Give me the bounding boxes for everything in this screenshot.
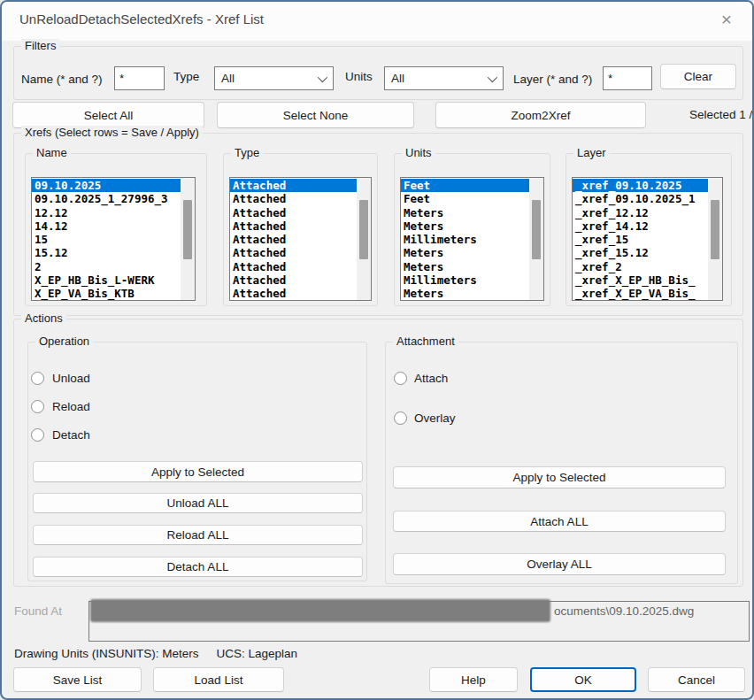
list-item[interactable]: Attached [230, 179, 357, 192]
detach-all-button[interactable]: Detach ALL [33, 557, 363, 577]
zoom2xref-button[interactable]: Zoom2Xref [435, 102, 646, 128]
units-column-label: Units [402, 146, 435, 159]
filters-group-label: Filters [21, 39, 59, 52]
list-item[interactable]: 14.12 [32, 219, 181, 233]
list-item[interactable]: 09.10.2025_1_27996_3 [32, 192, 181, 205]
type-listbox[interactable]: AttachedAttachedAttachedAttachedAttached… [229, 177, 372, 301]
type-filter-select[interactable]: All [214, 66, 334, 90]
reload-radio[interactable] [31, 400, 44, 413]
operation-apply-to-selected-button[interactable]: Apply to Selected [33, 461, 363, 482]
select-none-button[interactable]: Select None [217, 102, 414, 128]
save-list-button[interactable]: Save List [13, 667, 142, 692]
found-at-label: Found At [14, 604, 62, 618]
list-item[interactable]: _xref_X_EP_HB_Bis_ [573, 273, 708, 287]
type-list-scrollbar[interactable] [357, 178, 371, 300]
list-item[interactable]: Meters [401, 219, 529, 233]
drawing-units-text: Drawing Units (INSUNITS): Meters [14, 647, 199, 660]
list-item[interactable]: _xref_14.12 [573, 219, 708, 233]
list-item[interactable]: Meters [401, 206, 529, 219]
layer-filter-input[interactable] [603, 66, 652, 90]
select-all-button[interactable]: Select All [12, 102, 204, 128]
type-filter-label: Type [173, 70, 199, 83]
list-item[interactable]: Millimeters [401, 273, 529, 287]
list-item[interactable]: _xref_15.12 [573, 246, 708, 259]
units-list-scrollbar[interactable] [529, 178, 543, 300]
attach-radio[interactable] [394, 372, 407, 385]
actions-group-label: Actions [21, 312, 66, 325]
list-item[interactable]: _xref_X_EP_VA_Bis_ [573, 287, 708, 300]
layer-filter-label: Layer (* and ?) [513, 73, 592, 86]
list-item[interactable]: Attached [230, 233, 357, 246]
list-item[interactable]: Attached [230, 219, 357, 233]
name-column-label: Name [33, 146, 71, 159]
list-item[interactable]: 12.12 [32, 206, 181, 219]
list-item[interactable]: Feet [401, 179, 529, 192]
name-listbox[interactable]: 09.10.202509.10.2025_1_27996_312.1214.12… [31, 177, 196, 301]
help-button[interactable]: Help [429, 667, 518, 692]
type-list-rows: AttachedAttachedAttachedAttachedAttached… [230, 178, 357, 300]
type-filter-value: All [221, 72, 235, 85]
scrollbar-thumb[interactable] [183, 200, 192, 260]
scrollbar-thumb[interactable] [711, 200, 719, 260]
ok-button[interactable]: OK [530, 667, 636, 692]
attachment-apply-to-selected-button[interactable]: Apply to Selected [393, 466, 726, 488]
units-listbox[interactable]: FeetFeetMetersMetersMillimetersMetersMet… [400, 177, 544, 301]
list-item[interactable]: Attached [230, 206, 357, 219]
overlay-radio[interactable] [394, 412, 407, 425]
clear-button[interactable]: Clear [660, 64, 736, 89]
close-icon[interactable]: × [715, 8, 738, 31]
list-item[interactable]: Attached [230, 260, 357, 273]
list-item[interactable]: Millimeters [401, 233, 529, 246]
list-item[interactable]: Attached [230, 192, 357, 205]
name-list-scrollbar[interactable] [181, 178, 195, 300]
load-list-button[interactable]: Load List [153, 667, 284, 692]
list-item[interactable]: _xref_09.10.2025 [573, 179, 708, 192]
list-item[interactable]: _xref_09.10.2025_1 [573, 192, 708, 205]
attach-radio-label[interactable]: Attach [414, 372, 448, 385]
list-item[interactable]: Attached [230, 246, 357, 259]
list-item[interactable]: Meters [401, 260, 529, 273]
list-item[interactable]: _xref_2 [573, 260, 708, 273]
list-item[interactable]: Meters [401, 246, 529, 259]
unload-all-button[interactable]: Unload ALL [33, 493, 363, 513]
detach-radio-label[interactable]: Detach [52, 428, 90, 442]
list-item[interactable]: Attached [230, 273, 357, 287]
xref-list-dialog: UnReloadDetachSelectedXrefs - Xref List … [0, 0, 754, 700]
unload-radio-label[interactable]: Unload [52, 372, 90, 385]
attach-all-button[interactable]: Attach ALL [393, 511, 726, 532]
type-column-label: Type [231, 146, 263, 159]
attachment-group-label: Attachment [393, 335, 458, 348]
list-item[interactable]: Meters [401, 287, 529, 300]
list-item[interactable]: _xref_12.12 [573, 206, 708, 219]
found-at-path: ocuments\09.10.2025.dwg [554, 604, 694, 618]
list-item[interactable]: 15.12 [32, 246, 181, 259]
detach-radio[interactable] [31, 428, 44, 442]
scrollbar-thumb[interactable] [359, 200, 368, 260]
list-item[interactable]: Feet [401, 192, 529, 205]
xrefs-group-label: Xrefs (Select rows = Save / Apply) [21, 126, 203, 139]
layer-column-label: Layer [573, 146, 610, 159]
name-list-rows: 09.10.202509.10.2025_1_27996_312.1214.12… [32, 178, 181, 300]
list-item[interactable]: X_EP_HB_Bis_L-WERK [32, 273, 181, 287]
reload-all-button[interactable]: Reload ALL [33, 525, 363, 545]
name-filter-input[interactable] [114, 66, 165, 90]
cancel-button[interactable]: Cancel [648, 667, 745, 692]
list-item[interactable]: 15 [32, 233, 181, 246]
chevron-down-icon [488, 73, 497, 82]
unload-radio[interactable] [31, 372, 44, 385]
window-title: UnReloadDetachSelectedXrefs - Xref List [19, 12, 264, 27]
units-filter-select[interactable]: All [384, 66, 504, 90]
layer-list-rows: _xref_09.10.2025_xref_09.10.2025_1_xref_… [573, 178, 708, 300]
list-item[interactable]: 09.10.2025 [32, 179, 181, 192]
units-filter-value: All [391, 72, 404, 85]
scrollbar-thumb[interactable] [532, 200, 541, 260]
list-item[interactable]: _xref_15 [573, 233, 708, 246]
list-item[interactable]: X_EP_VA_Bis_KTB [32, 287, 181, 300]
list-item[interactable]: 2 [32, 260, 181, 273]
overlay-radio-label[interactable]: Overlay [414, 412, 456, 425]
list-item[interactable]: Attached [230, 287, 357, 300]
layer-list-scrollbar[interactable] [708, 178, 722, 300]
overlay-all-button[interactable]: Overlay ALL [393, 553, 726, 575]
reload-radio-label[interactable]: Reload [52, 400, 90, 413]
layer-listbox[interactable]: _xref_09.10.2025_xref_09.10.2025_1_xref_… [572, 177, 723, 301]
